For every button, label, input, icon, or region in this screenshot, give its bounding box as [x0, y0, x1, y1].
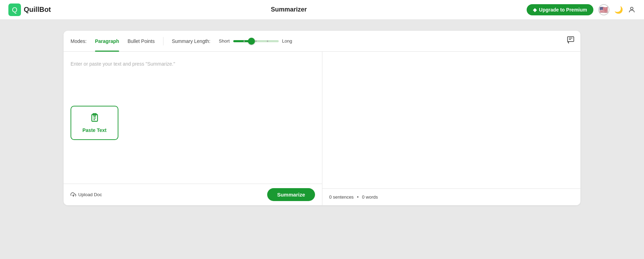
- output-bottom-bar: 0 sentences • 0 words: [322, 188, 581, 205]
- sentences-label: sentences: [333, 194, 353, 200]
- sentences-stat: 0 sentences • 0 words: [329, 194, 378, 200]
- upload-doc-button[interactable]: Upload Doc: [71, 192, 102, 198]
- paste-btn-container: Paste Text: [71, 68, 118, 178]
- upgrade-label: Upgrade to Premium: [539, 7, 587, 13]
- length-long-label: Long: [282, 38, 292, 44]
- upload-icon: [71, 192, 76, 198]
- comments-icon[interactable]: [566, 36, 575, 46]
- slider-dots: [233, 40, 279, 42]
- bullet-separator: •: [357, 194, 359, 200]
- toolbar-divider: [163, 37, 163, 45]
- toolbar: Modes: Paragraph Bullet Points Summary L…: [64, 31, 580, 52]
- diamond-icon: ◆: [533, 7, 537, 13]
- paste-text-button[interactable]: Paste Text: [71, 106, 118, 140]
- summary-length-label: Summary Length:: [172, 38, 211, 44]
- header: Q QuillBot Summarizer ◆ Upgrade to Premi…: [0, 0, 644, 20]
- length-short-label: Short: [219, 38, 230, 44]
- svg-text:Q: Q: [12, 6, 17, 14]
- logo[interactable]: Q QuillBot: [8, 3, 51, 16]
- summarize-button[interactable]: Summarize: [267, 188, 315, 201]
- words-count: 0: [362, 194, 364, 200]
- input-bottom-bar: Upload Doc Summarize: [64, 184, 322, 205]
- card-body: Enter or paste your text and press "Summ…: [64, 52, 580, 205]
- user-account-button[interactable]: [628, 6, 636, 14]
- main-content: Modes: Paragraph Bullet Points Summary L…: [0, 20, 644, 259]
- output-text-area: [322, 52, 581, 188]
- input-pane: Enter or paste your text and press "Summ…: [64, 52, 322, 205]
- svg-point-2: [630, 7, 633, 9]
- output-pane: 0 sentences • 0 words: [322, 52, 581, 205]
- language-flag[interactable]: 🇺🇸: [598, 4, 609, 15]
- upload-doc-label: Upload Doc: [78, 192, 102, 197]
- logo-icon: Q: [8, 3, 21, 16]
- summary-length-slider-container[interactable]: Short Long: [219, 38, 292, 44]
- mode-bullet-points-button[interactable]: Bullet Points: [127, 37, 155, 45]
- user-icon: [628, 6, 636, 14]
- header-actions: ◆ Upgrade to Premium 🇺🇸 🌙: [527, 4, 636, 15]
- paste-text-label: Paste Text: [82, 127, 107, 133]
- sentences-count: 0: [329, 194, 332, 200]
- text-area[interactable]: Enter or paste your text and press "Summ…: [64, 52, 322, 184]
- upgrade-button[interactable]: ◆ Upgrade to Premium: [527, 4, 593, 15]
- moon-icon: 🌙: [614, 6, 623, 14]
- logo-text: QuillBot: [24, 6, 51, 14]
- words-label: words: [366, 194, 378, 200]
- input-placeholder: Enter or paste your text and press "Summ…: [71, 60, 175, 68]
- mode-paragraph-button[interactable]: Paragraph: [95, 37, 119, 45]
- page-title: Summarizer: [271, 6, 307, 13]
- summarizer-card: Modes: Paragraph Bullet Points Summary L…: [64, 31, 580, 205]
- clipboard-icon: [90, 113, 100, 125]
- modes-label: Modes:: [71, 38, 87, 44]
- slider-track[interactable]: [233, 40, 279, 42]
- dark-mode-button[interactable]: 🌙: [614, 6, 623, 14]
